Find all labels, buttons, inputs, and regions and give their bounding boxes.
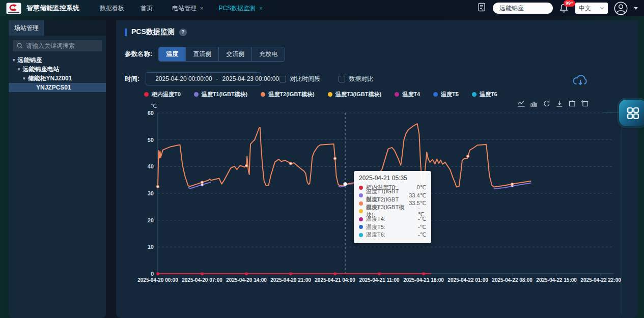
- chart-toolbox: [517, 100, 589, 108]
- top-navbar: 智慧储能监控系统 数据看板首页 电站管理×PCS数据监测× 远能锦座 99+: [0, 0, 644, 16]
- tooltip-series-value: 0℃: [412, 184, 426, 191]
- sidebar-search-input[interactable]: 请输入关键词搜索: [13, 40, 102, 51]
- legend-label: 温度T1(IGBT模块): [202, 91, 247, 98]
- legend-item-温度T2(IGBT模块)[interactable]: 温度T2(IGBT模块): [261, 91, 314, 98]
- y-axis-unit: ℃: [146, 103, 157, 109]
- quick-menu-button[interactable]: [619, 100, 644, 126]
- legend-dot-icon: [328, 92, 332, 97]
- svg-text:2025-04-21 18:00: 2025-04-21 18:00: [403, 277, 444, 283]
- nav-tabs: 电站管理×PCS数据监测×: [172, 4, 263, 13]
- tree-item-远能锦座[interactable]: ▾远能锦座: [9, 55, 106, 65]
- notification-badge: 99+: [564, 0, 575, 7]
- svg-text:20: 20: [148, 217, 154, 223]
- series-dot-icon: [359, 225, 363, 229]
- svg-text:2025-04-20 14:00: 2025-04-20 14:00: [226, 277, 267, 283]
- temperature-line-chart[interactable]: 01020304050602025-04-20 00:002025-04-20 …: [116, 20, 638, 318]
- legend-item-温度T4[interactable]: 温度T4: [395, 91, 420, 98]
- legend-item-温度T3(IGBT模块)[interactable]: 温度T3(IGBT模块): [328, 91, 381, 98]
- decor-line: [622, 126, 622, 314]
- app-logo-icon: [6, 3, 21, 14]
- toolbox-save-image-icon[interactable]: [555, 100, 564, 108]
- close-icon[interactable]: ×: [259, 5, 262, 11]
- toolbox-line-chart-icon[interactable]: [517, 100, 525, 108]
- legend-item-温度T1(IGBT模块)[interactable]: 温度T1(IGBT模块): [194, 91, 247, 98]
- svg-text:2025-04-22 01:00: 2025-04-22 01:00: [447, 277, 488, 283]
- nav-tab-label: PCS数据监测: [218, 4, 256, 13]
- toolbox-bar-chart-icon[interactable]: [530, 100, 538, 108]
- tooltip-title: 2025-04-21 05:35: [359, 175, 426, 182]
- svg-text:2025-04-20 00:00: 2025-04-20 00:00: [137, 277, 178, 283]
- app-root: 智慧储能监控系统 数据看板首页 电站管理×PCS数据监测× 远能锦座 99+: [0, 0, 644, 318]
- sidebar-tab-station-management[interactable]: 场站管理: [9, 20, 44, 36]
- svg-text:2025-04-22 22:00: 2025-04-22 22:00: [580, 277, 621, 283]
- tree-item-储能柜YNJZ001[interactable]: ▾储能柜YNJZ001: [9, 74, 106, 83]
- nav-tab-label: 电站管理: [172, 4, 197, 13]
- close-icon[interactable]: ×: [200, 5, 203, 11]
- decor-line: [604, 112, 619, 113]
- legend-item-温度T5[interactable]: 温度T5: [433, 91, 459, 98]
- tree-item-label: 远能锦座: [18, 56, 42, 65]
- legend-label: 温度T6: [480, 91, 497, 98]
- sidebar-search-placeholder: 请输入关键词搜索: [26, 42, 75, 50]
- legend-dot-icon: [261, 92, 265, 97]
- tree-caret-icon[interactable]: ▾: [23, 76, 25, 81]
- svg-text:40: 40: [148, 163, 154, 169]
- tooltip-series-label: 温度T5:: [366, 223, 385, 231]
- tree-item-label: 储能柜YNJZ001: [28, 74, 72, 83]
- main-panel: PCS数据监测 ? 参数名称: 温度直流侧交流侧充放电 时间: 2025-04-…: [116, 20, 638, 318]
- svg-text:10: 10: [148, 244, 154, 250]
- station-sidebar: 场站管理 请输入关键词搜索 ▾远能锦座▾远能锦座电站▾储能柜YNJZ001YNJ…: [9, 20, 106, 318]
- legend-dot-icon: [194, 92, 199, 97]
- station-tree: ▾远能锦座▾远能锦座电站▾储能柜YNJZ001YNJZPCS01: [9, 55, 106, 92]
- series-dot-icon: [359, 193, 363, 197]
- tree-caret-icon[interactable]: ▾: [18, 67, 20, 72]
- station-search-input[interactable]: 远能锦座: [493, 3, 553, 14]
- nav-menu-item-0[interactable]: 数据看板: [100, 4, 124, 13]
- svg-text:60: 60: [148, 110, 154, 116]
- toolbox-data-zoom-icon[interactable]: [568, 100, 576, 108]
- tree-item-远能锦座电站[interactable]: ▾远能锦座电站: [9, 65, 106, 74]
- legend-item-温度T6[interactable]: 温度T6: [472, 91, 497, 98]
- sidebar-tab-row: 场站管理: [9, 20, 106, 36]
- legend-dot-icon: [395, 92, 399, 97]
- user-avatar[interactable]: [614, 2, 628, 15]
- report-icon[interactable]: [477, 2, 487, 14]
- notification-bell-icon[interactable]: 99+: [559, 3, 569, 13]
- legend-label: 温度T2(IGBT模块): [268, 91, 314, 98]
- svg-text:50: 50: [148, 137, 154, 143]
- legend-label: 温度T5: [441, 91, 459, 98]
- tree-item-YNJZPCS01[interactable]: YNJZPCS01: [9, 83, 106, 92]
- nav-tab-1[interactable]: PCS数据监测×: [218, 4, 262, 13]
- legend-item-柜内温度T0[interactable]: 柜内温度T0: [144, 91, 181, 98]
- chart-tooltip: 2025-04-21 05:35 柜内温度T0:0℃温度T1(IGBT模块):3…: [354, 171, 431, 243]
- series-dot-icon: [359, 201, 363, 206]
- legend-dot-icon: [144, 92, 149, 97]
- legend-label: 温度T4: [402, 91, 420, 98]
- tree-caret-icon[interactable]: ▾: [13, 57, 15, 63]
- svg-text:0: 0: [151, 271, 154, 277]
- language-select[interactable]: 中文: [575, 3, 608, 14]
- svg-text:2025-04-22 08:00: 2025-04-22 08:00: [492, 277, 533, 283]
- tooltip-series-value: 33.4℃: [404, 192, 426, 199]
- toolbox-restore-icon[interactable]: [543, 100, 551, 108]
- language-value: 中文: [579, 4, 591, 13]
- nav-menu: 数据看板首页: [100, 4, 153, 13]
- series-dot-icon: [359, 217, 363, 221]
- chevron-down-icon: [600, 7, 604, 10]
- svg-text:2025-04-21 04:00: 2025-04-21 04:00: [315, 277, 355, 283]
- nav-tab-0[interactable]: 电站管理×: [172, 4, 203, 13]
- tooltip-series-value: -℃: [413, 232, 426, 238]
- series-dot-icon: [359, 209, 363, 213]
- tooltip-row: 温度T6:-℃: [359, 231, 426, 239]
- station-search-value: 远能锦座: [499, 4, 524, 13]
- toolbox-zoom-reset-icon[interactable]: [581, 100, 589, 108]
- tooltip-series-value: -℃: [413, 224, 426, 230]
- tree-item-label: 远能锦座电站: [23, 65, 60, 74]
- user-menu-caret-icon[interactable]: [634, 7, 638, 10]
- nav-menu-item-1[interactable]: 首页: [141, 4, 153, 13]
- tree-item-label: YNJZPCS01: [36, 84, 71, 91]
- legend-label: 柜内温度T0: [152, 91, 181, 98]
- tooltip-series-value: -℃: [413, 216, 426, 222]
- legend-dot-icon: [433, 92, 438, 97]
- app-title: 智慧储能监控系统: [26, 4, 79, 13]
